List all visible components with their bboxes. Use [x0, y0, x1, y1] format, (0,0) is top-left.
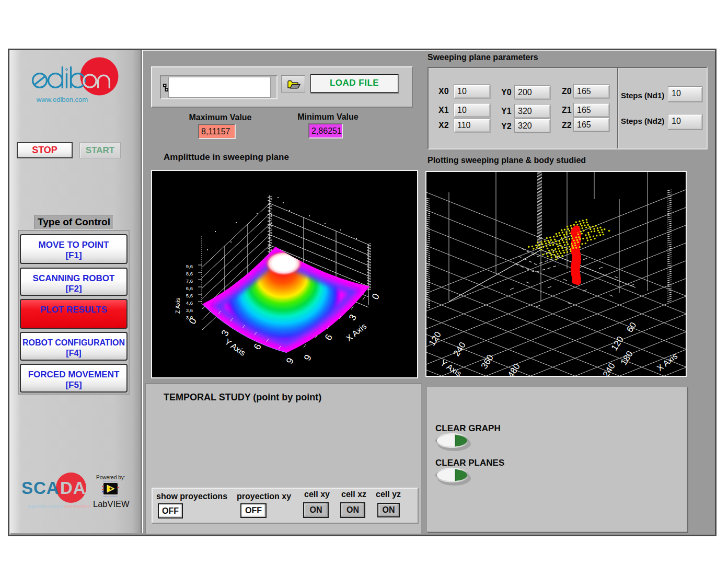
svg-text:SCA: SCA — [22, 478, 60, 498]
svg-text:Supervisory Control & Data Acq: Supervisory Control & Data Acquisition — [28, 504, 90, 509]
svg-text:5,6: 5,6 — [186, 293, 193, 298]
svg-text:7,6: 7,6 — [186, 278, 193, 284]
svg-text:4,6: 4,6 — [186, 300, 193, 306]
svg-text:National Instruments: National Instruments — [103, 480, 118, 482]
svg-text:www.edibon.com: www.edibon.com — [36, 96, 88, 103]
svg-text:www.ni.com/labview: www.ni.com/labview — [103, 495, 118, 498]
svg-text:9,6: 9,6 — [186, 263, 193, 269]
svg-text:8,6: 8,6 — [186, 271, 193, 276]
svg-text:3,6: 3,6 — [186, 307, 193, 313]
svg-text:6,6: 6,6 — [186, 285, 193, 291]
svg-text:Z Axis: Z Axis — [175, 298, 181, 314]
svg-text:DA: DA — [60, 478, 86, 498]
